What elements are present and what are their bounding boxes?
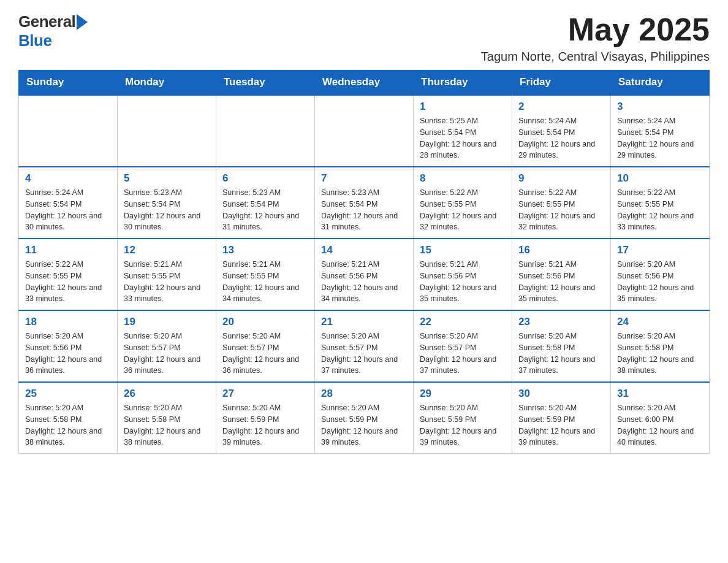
day-number: 12 xyxy=(124,244,210,256)
day-number: 28 xyxy=(321,388,407,400)
day-info: Sunrise: 5:20 AMSunset: 5:59 PMDaylight:… xyxy=(518,402,604,448)
day-number: 16 xyxy=(518,244,604,256)
calendar-day-cell: 25Sunrise: 5:20 AMSunset: 5:58 PMDayligh… xyxy=(19,382,118,454)
day-info: Sunrise: 5:20 AMSunset: 5:57 PMDaylight:… xyxy=(420,331,506,377)
day-number: 29 xyxy=(420,388,506,400)
calendar-day-cell: 31Sunrise: 5:20 AMSunset: 6:00 PMDayligh… xyxy=(611,382,710,454)
day-info: Sunrise: 5:20 AMSunset: 6:00 PMDaylight:… xyxy=(617,402,703,448)
day-number: 7 xyxy=(321,172,407,185)
day-info: Sunrise: 5:20 AMSunset: 5:57 PMDaylight:… xyxy=(321,331,407,377)
day-number: 9 xyxy=(518,172,604,185)
calendar-day-cell: 30Sunrise: 5:20 AMSunset: 5:59 PMDayligh… xyxy=(512,382,611,454)
calendar-day-cell: 20Sunrise: 5:20 AMSunset: 5:57 PMDayligh… xyxy=(216,310,315,382)
calendar-week-row: 1Sunrise: 5:25 AMSunset: 5:54 PMDaylight… xyxy=(19,95,710,167)
day-number: 10 xyxy=(617,172,703,185)
logo: General Blue xyxy=(18,12,88,50)
day-info: Sunrise: 5:24 AMSunset: 5:54 PMDaylight:… xyxy=(25,187,111,233)
calendar-day-cell: 2Sunrise: 5:24 AMSunset: 5:54 PMDaylight… xyxy=(512,95,611,167)
page-header: General Blue May 2025 Tagum Norte, Centr… xyxy=(18,12,710,64)
calendar-day-cell: 12Sunrise: 5:21 AMSunset: 5:55 PMDayligh… xyxy=(118,239,216,310)
calendar-day-cell: 6Sunrise: 5:23 AMSunset: 5:54 PMDaylight… xyxy=(216,167,315,239)
calendar-day-header: Monday xyxy=(118,70,216,95)
calendar-day-cell: 24Sunrise: 5:20 AMSunset: 5:58 PMDayligh… xyxy=(611,310,710,382)
calendar-week-row: 18Sunrise: 5:20 AMSunset: 5:56 PMDayligh… xyxy=(19,310,710,382)
location-subtitle: Tagum Norte, Central Visayas, Philippine… xyxy=(481,50,710,64)
day-info: Sunrise: 5:23 AMSunset: 5:54 PMDaylight:… xyxy=(321,187,407,233)
day-info: Sunrise: 5:22 AMSunset: 5:55 PMDaylight:… xyxy=(25,259,111,305)
day-number: 23 xyxy=(518,316,604,328)
calendar-day-header: Friday xyxy=(512,70,611,95)
day-number: 4 xyxy=(25,172,111,185)
day-number: 31 xyxy=(617,388,703,400)
calendar-day-cell: 28Sunrise: 5:20 AMSunset: 5:59 PMDayligh… xyxy=(315,382,414,454)
day-info: Sunrise: 5:22 AMSunset: 5:55 PMDaylight:… xyxy=(617,187,703,233)
calendar-day-cell: 13Sunrise: 5:21 AMSunset: 5:55 PMDayligh… xyxy=(216,239,315,310)
calendar-header-row: SundayMondayTuesdayWednesdayThursdayFrid… xyxy=(19,70,710,95)
day-number: 30 xyxy=(518,388,604,400)
calendar-day-header: Wednesday xyxy=(315,70,414,95)
day-info: Sunrise: 5:23 AMSunset: 5:54 PMDaylight:… xyxy=(124,187,210,233)
calendar-day-header: Thursday xyxy=(414,70,512,95)
day-info: Sunrise: 5:21 AMSunset: 5:55 PMDaylight:… xyxy=(124,259,210,305)
day-info: Sunrise: 5:20 AMSunset: 5:59 PMDaylight:… xyxy=(222,402,308,448)
calendar-day-cell: 15Sunrise: 5:21 AMSunset: 5:56 PMDayligh… xyxy=(414,239,512,310)
day-number: 27 xyxy=(222,388,308,400)
day-info: Sunrise: 5:20 AMSunset: 5:57 PMDaylight:… xyxy=(124,331,210,377)
calendar-day-cell: 18Sunrise: 5:20 AMSunset: 5:56 PMDayligh… xyxy=(19,310,118,382)
calendar-day-cell: 16Sunrise: 5:21 AMSunset: 5:56 PMDayligh… xyxy=(512,239,611,310)
month-year-title: May 2025 xyxy=(481,12,710,47)
calendar-day-cell: 17Sunrise: 5:20 AMSunset: 5:56 PMDayligh… xyxy=(611,239,710,310)
day-info: Sunrise: 5:24 AMSunset: 5:54 PMDaylight:… xyxy=(617,115,703,161)
day-info: Sunrise: 5:21 AMSunset: 5:56 PMDaylight:… xyxy=(420,259,506,305)
day-number: 11 xyxy=(25,244,111,256)
day-number: 1 xyxy=(420,101,506,113)
calendar-day-cell xyxy=(118,95,216,167)
calendar-day-header: Sunday xyxy=(19,70,118,95)
day-number: 17 xyxy=(617,244,703,256)
calendar-day-cell xyxy=(19,95,118,167)
day-info: Sunrise: 5:22 AMSunset: 5:55 PMDaylight:… xyxy=(518,187,604,233)
day-info: Sunrise: 5:20 AMSunset: 5:58 PMDaylight:… xyxy=(25,402,111,448)
calendar-day-cell: 23Sunrise: 5:20 AMSunset: 5:58 PMDayligh… xyxy=(512,310,611,382)
calendar-day-cell: 27Sunrise: 5:20 AMSunset: 5:59 PMDayligh… xyxy=(216,382,315,454)
day-info: Sunrise: 5:20 AMSunset: 5:59 PMDaylight:… xyxy=(321,402,407,448)
day-info: Sunrise: 5:21 AMSunset: 5:55 PMDaylight:… xyxy=(222,259,308,305)
calendar-day-cell: 11Sunrise: 5:22 AMSunset: 5:55 PMDayligh… xyxy=(19,239,118,310)
day-info: Sunrise: 5:21 AMSunset: 5:56 PMDaylight:… xyxy=(518,259,604,305)
calendar-day-cell xyxy=(216,95,315,167)
day-info: Sunrise: 5:22 AMSunset: 5:55 PMDaylight:… xyxy=(420,187,506,233)
day-info: Sunrise: 5:20 AMSunset: 5:57 PMDaylight:… xyxy=(222,331,308,377)
day-number: 6 xyxy=(222,172,308,185)
logo-triangle-icon xyxy=(77,14,88,30)
day-number: 25 xyxy=(25,388,111,400)
calendar-day-cell: 10Sunrise: 5:22 AMSunset: 5:55 PMDayligh… xyxy=(611,167,710,239)
day-info: Sunrise: 5:23 AMSunset: 5:54 PMDaylight:… xyxy=(222,187,308,233)
day-number: 15 xyxy=(420,244,506,256)
calendar-week-row: 11Sunrise: 5:22 AMSunset: 5:55 PMDayligh… xyxy=(19,239,710,310)
day-number: 22 xyxy=(420,316,506,328)
calendar-day-cell: 14Sunrise: 5:21 AMSunset: 5:56 PMDayligh… xyxy=(315,239,414,310)
day-number: 14 xyxy=(321,244,407,256)
day-info: Sunrise: 5:25 AMSunset: 5:54 PMDaylight:… xyxy=(420,115,506,161)
day-info: Sunrise: 5:20 AMSunset: 5:58 PMDaylight:… xyxy=(518,331,604,377)
day-number: 26 xyxy=(124,388,210,400)
calendar-day-cell: 4Sunrise: 5:24 AMSunset: 5:54 PMDaylight… xyxy=(19,167,118,239)
day-info: Sunrise: 5:20 AMSunset: 5:58 PMDaylight:… xyxy=(617,331,703,377)
calendar-table: SundayMondayTuesdayWednesdayThursdayFrid… xyxy=(18,70,710,454)
calendar-day-cell: 5Sunrise: 5:23 AMSunset: 5:54 PMDaylight… xyxy=(118,167,216,239)
calendar-day-cell: 29Sunrise: 5:20 AMSunset: 5:59 PMDayligh… xyxy=(414,382,512,454)
calendar-day-cell xyxy=(315,95,414,167)
day-number: 20 xyxy=(222,316,308,328)
calendar-day-cell: 8Sunrise: 5:22 AMSunset: 5:55 PMDaylight… xyxy=(414,167,512,239)
calendar-day-cell: 26Sunrise: 5:20 AMSunset: 5:58 PMDayligh… xyxy=(118,382,216,454)
calendar-day-header: Tuesday xyxy=(216,70,315,95)
calendar-week-row: 25Sunrise: 5:20 AMSunset: 5:58 PMDayligh… xyxy=(19,382,710,454)
day-info: Sunrise: 5:20 AMSunset: 5:59 PMDaylight:… xyxy=(420,402,506,448)
calendar-day-header: Saturday xyxy=(611,70,710,95)
calendar-day-cell: 21Sunrise: 5:20 AMSunset: 5:57 PMDayligh… xyxy=(315,310,414,382)
day-number: 8 xyxy=(420,172,506,185)
calendar-day-cell: 3Sunrise: 5:24 AMSunset: 5:54 PMDaylight… xyxy=(611,95,710,167)
day-number: 21 xyxy=(321,316,407,328)
day-number: 24 xyxy=(617,316,703,328)
day-info: Sunrise: 5:20 AMSunset: 5:56 PMDaylight:… xyxy=(617,259,703,305)
